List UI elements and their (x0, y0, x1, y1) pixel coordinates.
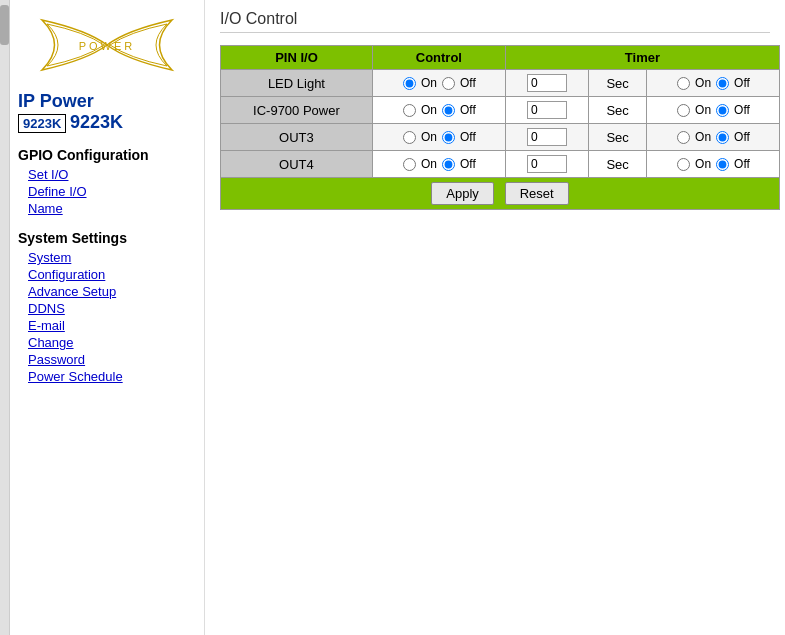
timer-input-out4[interactable] (527, 155, 567, 173)
timer-value-cell-led (505, 70, 588, 97)
brand-title: IP Power (18, 91, 94, 111)
control-off-radio-ic9700[interactable] (442, 104, 455, 117)
sidebar: POWER IP Power 9223K 9223K GPIO Configur… (10, 0, 205, 635)
timer-value-cell-out4 (505, 151, 588, 178)
timer-on-radio-out4[interactable] (677, 158, 690, 171)
io-table: PIN I/O Control Timer LED Light On Off (220, 45, 780, 210)
timer-sec-ic9700: Sec (589, 97, 647, 124)
footer-cell: Apply Reset (221, 178, 780, 210)
timer-off-radio-out4[interactable] (716, 158, 729, 171)
scrollbar[interactable] (0, 0, 10, 635)
logo-image: POWER (37, 10, 177, 80)
timer-on-label-out3: On (695, 130, 711, 144)
table-row: LED Light On Off Sec On (221, 70, 780, 97)
control-on-radio-ic9700[interactable] (403, 104, 416, 117)
pin-name-out4: OUT4 (221, 151, 373, 178)
table-row: IC-9700 Power On Off Sec On (221, 97, 780, 124)
control-on-label-ic9700: On (421, 103, 437, 117)
sidebar-link-set-io[interactable]: Set I/O (28, 167, 196, 182)
timer-off-label-out4: Off (734, 157, 750, 171)
scrollbar-thumb[interactable] (0, 5, 9, 45)
sidebar-link-ddns[interactable]: DDNS (28, 301, 196, 316)
pin-name-ic9700: IC-9700 Power (221, 97, 373, 124)
control-off-radio-led[interactable] (442, 77, 455, 90)
timer-value-cell-out3 (505, 124, 588, 151)
table-footer-row: Apply Reset (221, 178, 780, 210)
control-cell-out4: On Off (372, 151, 505, 178)
timer-sec-led: Sec (589, 70, 647, 97)
timer-on-label-led: On (695, 76, 711, 90)
control-on-label-out4: On (421, 157, 437, 171)
gpio-section-title: GPIO Configuration (18, 147, 196, 163)
svg-text:POWER: POWER (79, 40, 136, 52)
timer-off-radio-led[interactable] (716, 77, 729, 90)
timer-value-cell-ic9700 (505, 97, 588, 124)
apply-button[interactable]: Apply (431, 182, 494, 205)
timer-on-radio-ic9700[interactable] (677, 104, 690, 117)
timer-off-label-ic9700: Off (734, 103, 750, 117)
system-section-title: System Settings (18, 230, 196, 246)
timer-on-label-out4: On (695, 157, 711, 171)
control-off-radio-out4[interactable] (442, 158, 455, 171)
control-off-label-out4: Off (460, 157, 476, 171)
page-title: I/O Control (220, 10, 770, 33)
sidebar-link-name[interactable]: Name (28, 201, 196, 216)
sidebar-link-power-schedule[interactable]: Power Schedule (28, 369, 196, 384)
control-off-label-ic9700: Off (460, 103, 476, 117)
sidebar-link-password[interactable]: Password (28, 352, 196, 367)
col-header-timer: Timer (505, 46, 779, 70)
pin-name-out3: OUT3 (221, 124, 373, 151)
control-cell-out3: On Off (372, 124, 505, 151)
timer-control-led: On Off (646, 70, 779, 97)
timer-input-ic9700[interactable] (527, 101, 567, 119)
control-on-radio-out4[interactable] (403, 158, 416, 171)
sidebar-link-change[interactable]: Change (28, 335, 196, 350)
timer-sec-out4: Sec (589, 151, 647, 178)
col-header-control: Control (372, 46, 505, 70)
table-row: OUT3 On Off Sec On (221, 124, 780, 151)
control-on-radio-out3[interactable] (403, 131, 416, 144)
sidebar-link-advance-setup[interactable]: Advance Setup (28, 284, 196, 299)
timer-control-ic9700: On Off (646, 97, 779, 124)
reset-button[interactable]: Reset (505, 182, 569, 205)
control-off-label-led: Off (460, 76, 476, 90)
timer-off-radio-ic9700[interactable] (716, 104, 729, 117)
sidebar-link-system[interactable]: System (28, 250, 196, 265)
table-row: OUT4 On Off Sec On (221, 151, 780, 178)
control-on-radio-led[interactable] (403, 77, 416, 90)
timer-on-label-ic9700: On (695, 103, 711, 117)
brand-line: IP Power 9223K 9223K (18, 91, 196, 133)
timer-control-out4: On Off (646, 151, 779, 178)
control-on-label-led: On (421, 76, 437, 90)
timer-input-led[interactable] (527, 74, 567, 92)
control-cell-led: On Off (372, 70, 505, 97)
control-off-radio-out3[interactable] (442, 131, 455, 144)
timer-sec-out3: Sec (589, 124, 647, 151)
sidebar-link-define-io[interactable]: Define I/O (28, 184, 196, 199)
timer-off-radio-out3[interactable] (716, 131, 729, 144)
model-box[interactable]: 9223K (18, 114, 66, 133)
model-name: 9223K (70, 112, 123, 132)
sidebar-link-configuration[interactable]: Configuration (28, 267, 196, 282)
timer-on-radio-out3[interactable] (677, 131, 690, 144)
main-content: I/O Control PIN I/O Control Timer LED Li… (205, 0, 785, 635)
timer-input-out3[interactable] (527, 128, 567, 146)
timer-control-out3: On Off (646, 124, 779, 151)
timer-on-radio-led[interactable] (677, 77, 690, 90)
control-on-label-out3: On (421, 130, 437, 144)
pin-name-led: LED Light (221, 70, 373, 97)
timer-off-label-led: Off (734, 76, 750, 90)
timer-off-label-out3: Off (734, 130, 750, 144)
control-off-label-out3: Off (460, 130, 476, 144)
logo-area: POWER (18, 10, 196, 83)
col-header-pin: PIN I/O (221, 46, 373, 70)
control-cell-ic9700: On Off (372, 97, 505, 124)
sidebar-link-email[interactable]: E-mail (28, 318, 196, 333)
